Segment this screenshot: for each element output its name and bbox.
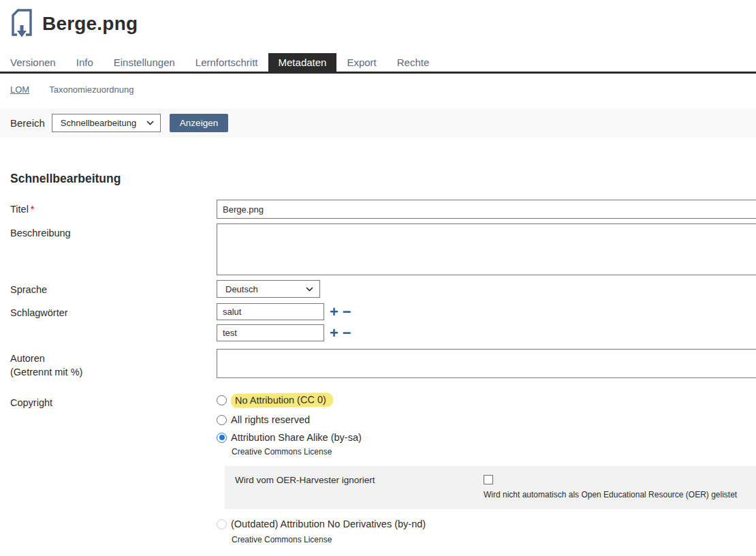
row-beschreibung: Beschreibung — [0, 223, 756, 275]
bereich-select[interactable]: Schnellbearbeitung — [52, 114, 161, 132]
copyright-option-by-sa[interactable]: Attribution Share Alike (by-sa) — [217, 432, 756, 443]
creative-commons-license-note: Creative Commons License — [232, 535, 756, 544]
tab-bar: Versionen Info Einstellungen Lernfortsch… — [0, 53, 756, 74]
row-copyright: Copyright No Attribution (CC 0) All righ… — [0, 393, 756, 554]
metadata-form: Titel* Beschreibung Sprache Deutsch Schl… — [0, 200, 756, 554]
anzeigen-button[interactable]: Anzeigen — [170, 114, 228, 132]
autoren-label: Autoren (Getrennt mit %) — [0, 349, 217, 379]
file-download-icon — [10, 8, 34, 40]
autoren-input[interactable] — [217, 349, 756, 378]
radio-button[interactable] — [217, 415, 227, 425]
beschreibung-textarea[interactable] — [217, 223, 756, 275]
sprache-label: Sprache — [0, 280, 217, 296]
radio-button-disabled[interactable] — [217, 519, 227, 529]
radio-button[interactable] — [217, 395, 227, 405]
titel-label: Titel* — [0, 200, 217, 216]
tab-export[interactable]: Export — [336, 53, 386, 72]
add-keyword-icon[interactable]: + — [330, 326, 338, 341]
copyright-option-label: Attribution Share Alike (by-sa) — [231, 432, 362, 443]
copyright-label: Copyright — [0, 393, 217, 410]
remove-keyword-icon[interactable]: − — [343, 305, 351, 320]
row-sprache: Sprache Deutsch — [0, 280, 756, 298]
row-schlagwoerter: Schlagwörter + − + − — [0, 303, 756, 345]
add-keyword-icon[interactable]: + — [330, 305, 338, 320]
form-heading: Schnellbearbeitung — [10, 172, 756, 186]
tab-metadaten[interactable]: Metadaten — [268, 53, 337, 72]
copyright-option-label: (Outdated) Attribution No Derivatives (b… — [231, 519, 426, 529]
sprache-select[interactable]: Deutsch — [217, 280, 320, 298]
schlagwoerter-label: Schlagwörter — [0, 303, 217, 320]
keyword-line: + − — [217, 324, 756, 341]
subtab-lom[interactable]: LOM — [10, 84, 29, 95]
radio-button-checked[interactable] — [217, 433, 227, 443]
tab-lernfortschritt[interactable]: Lernfortschritt — [185, 53, 268, 72]
subtab-taxonomiezuordnung[interactable]: Taxonomiezuordnung — [49, 84, 133, 95]
copyright-option-label-highlighted: No Attribution (CC 0) — [231, 392, 333, 408]
creative-commons-license-note: Creative Commons License — [232, 447, 756, 457]
tab-einstellungen[interactable]: Einstellungen — [104, 53, 185, 72]
copyright-option-label: All rights reserved — [231, 414, 310, 425]
oer-harvester-note: Wird nicht automatisch als Open Educatio… — [484, 490, 750, 499]
chevron-down-icon — [306, 287, 313, 292]
row-titel: Titel* — [0, 200, 756, 219]
page-header: Berge.png — [0, 0, 756, 40]
oer-harvester-label: Wird vom OER-Harvester ignoriert — [235, 475, 484, 485]
titel-input[interactable] — [217, 200, 756, 219]
bereich-label: Bereich — [10, 117, 45, 129]
oer-harvester-checkbox[interactable] — [484, 475, 493, 484]
subtab-bar: LOM Taxonomiezuordnung — [0, 74, 756, 95]
chevron-down-icon — [146, 121, 154, 125]
keyword-input-1[interactable] — [217, 303, 324, 320]
tab-versionen[interactable]: Versionen — [0, 53, 66, 72]
autoren-sublabel: (Getrennt mit %) — [10, 367, 82, 377]
bereich-select-value: Schnellbearbeitung — [61, 118, 136, 128]
remove-keyword-icon[interactable]: − — [343, 326, 351, 341]
tab-info[interactable]: Info — [66, 53, 104, 72]
keyword-input-2[interactable] — [217, 324, 324, 341]
copyright-option-by-nd[interactable]: (Outdated) Attribution No Derivatives (b… — [217, 519, 756, 529]
keyword-line: + − — [217, 303, 756, 320]
copyright-option-all-rights-reserved[interactable]: All rights reserved — [217, 414, 756, 425]
bereich-bar: Bereich Schnellbearbeitung Anzeigen — [0, 108, 756, 138]
row-autoren: Autoren (Getrennt mit %) — [0, 349, 756, 379]
required-asterisk: * — [31, 204, 35, 215]
copyright-option-cc0[interactable]: No Attribution (CC 0) — [217, 393, 756, 407]
sprache-select-value: Deutsch — [225, 284, 258, 294]
page-title: Berge.png — [42, 13, 138, 35]
oer-harvester-box: Wird vom OER-Harvester ignoriert Wird ni… — [225, 466, 756, 509]
tab-rechte[interactable]: Rechte — [387, 53, 440, 72]
beschreibung-label: Beschreibung — [0, 223, 217, 240]
